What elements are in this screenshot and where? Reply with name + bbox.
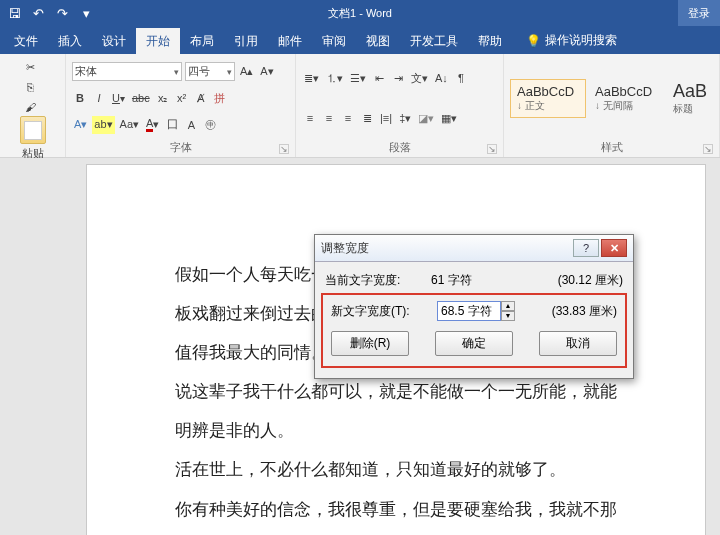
tab-layout[interactable]: 布局 (180, 28, 224, 54)
quick-access-toolbar: 🖫 ↶ ↷ ▾ (0, 5, 100, 21)
new-width-label: 新文字宽度(T): (331, 303, 431, 320)
group-label-paragraph: 段落 (389, 141, 411, 153)
ok-button[interactable]: 确定 (435, 331, 513, 356)
grow-font-icon[interactable]: A▴ (238, 63, 255, 81)
tab-developer[interactable]: 开发工具 (400, 28, 468, 54)
undo-icon[interactable]: ↶ (30, 5, 46, 21)
current-width-value: 61 字符 (431, 272, 472, 289)
group-paragraph: ≣▾ ⒈▾ ☰▾ ⇤ ⇥ 文▾ A↓ ¶ ≡ ≡ ≡ ≣ |≡| ‡▾ ◪▾ ▦… (296, 54, 504, 157)
style-heading[interactable]: AaB 标题 (666, 76, 710, 121)
tab-view[interactable]: 视图 (356, 28, 400, 54)
help-icon[interactable]: ? (573, 239, 599, 257)
new-width-cm: (33.83 厘米) (552, 303, 617, 320)
title-bar: 🖫 ↶ ↷ ▾ 文档1 - Word 登录 (0, 0, 720, 26)
window-title: 文档1 - Word (328, 6, 392, 21)
underline-button[interactable]: U▾ (110, 89, 127, 107)
sort-icon[interactable]: A↓ (433, 69, 450, 87)
group-label-font: 字体 (170, 141, 192, 153)
clear-format-icon[interactable]: A̸ (193, 89, 209, 107)
login-button[interactable]: 登录 (678, 0, 720, 26)
tab-home[interactable]: 开始 (136, 28, 180, 54)
align-right-icon[interactable]: ≡ (340, 109, 356, 127)
italic-button[interactable]: I (91, 89, 107, 107)
delete-button[interactable]: 删除(R) (331, 331, 409, 356)
lightbulb-icon: 💡 (526, 34, 541, 48)
shading-icon[interactable]: ◪▾ (416, 109, 436, 127)
tab-review[interactable]: 审阅 (312, 28, 356, 54)
group-font: 宋体▾ 四号▾ A▴ A▾ B I U▾ abc x₂ x² A̸ 拼 A▾ a… (66, 54, 296, 157)
paragraph[interactable]: 你有种美好的信念，我很尊重，但是要硬塞给我，我就不那么乐 (175, 490, 617, 535)
tell-me-label: 操作说明搜索 (545, 32, 617, 49)
text-effects-icon[interactable]: A▾ (72, 116, 89, 134)
copy-icon[interactable]: ⎘ (23, 78, 39, 96)
font-name-combo[interactable]: 宋体▾ (72, 62, 182, 81)
show-marks-icon[interactable]: ¶ (453, 69, 469, 87)
align-left-icon[interactable]: ≡ (302, 109, 318, 127)
dialog-titlebar[interactable]: 调整宽度 ? ✕ (315, 235, 633, 262)
new-width-input[interactable] (437, 301, 501, 321)
shrink-font-icon[interactable]: A▾ (258, 63, 275, 81)
style-normal[interactable]: AaBbCcD ↓ 正文 (510, 79, 586, 118)
phonetic-guide-icon[interactable]: 拼 (212, 89, 228, 107)
ribbon-tabs: 文件 插入 设计 开始 布局 引用 邮件 审阅 视图 开发工具 帮助 💡 操作说… (0, 26, 720, 54)
current-width-label: 当前文字宽度: (325, 272, 425, 289)
line-spacing-icon[interactable]: ‡▾ (397, 109, 413, 127)
format-painter-icon[interactable]: 🖌 (23, 98, 39, 116)
tab-design[interactable]: 设计 (92, 28, 136, 54)
tell-me[interactable]: 💡 操作说明搜索 (518, 27, 625, 54)
subscript-button[interactable]: x₂ (155, 89, 171, 107)
strikethrough-button[interactable]: abc (130, 89, 152, 107)
cut-icon[interactable]: ✂ (23, 58, 39, 76)
new-width-spinner[interactable]: ▲▼ (437, 301, 515, 321)
style-no-spacing[interactable]: AaBbCcD ↓ 无间隔 (588, 79, 664, 118)
char-shading-icon[interactable]: A (183, 116, 199, 134)
increase-indent-icon[interactable]: ⇥ (390, 69, 406, 87)
adjust-width-dialog: 调整宽度 ? ✕ 当前文字宽度: 61 字符 (30.12 厘米) 新文字宽度(… (314, 234, 634, 379)
numbering-icon[interactable]: ⒈▾ (324, 69, 345, 87)
tab-references[interactable]: 引用 (224, 28, 268, 54)
borders-icon[interactable]: ▦▾ (439, 109, 459, 127)
bold-button[interactable]: B (72, 89, 88, 107)
redo-icon[interactable]: ↷ (54, 5, 70, 21)
styles-launcher-icon[interactable]: ↘ (703, 144, 713, 154)
ribbon: ✂ ⎘ 🖌 粘贴 ▾ 剪贴板↘ 宋体▾ 四号▾ A▴ A▾ B I U▾ (0, 54, 720, 158)
dialog-title: 调整宽度 (321, 240, 369, 257)
group-clipboard: ✂ ⎘ 🖌 粘贴 ▾ 剪贴板↘ (0, 54, 66, 157)
tab-insert[interactable]: 插入 (48, 28, 92, 54)
tab-help[interactable]: 帮助 (468, 28, 512, 54)
decrease-indent-icon[interactable]: ⇤ (371, 69, 387, 87)
justify-icon[interactable]: ≣ (359, 109, 375, 127)
bullets-icon[interactable]: ≣▾ (302, 69, 321, 87)
asian-layout-icon[interactable]: 文▾ (409, 69, 430, 87)
align-center-icon[interactable]: ≡ (321, 109, 337, 127)
font-color-icon[interactable]: A▾ (144, 116, 161, 134)
current-width-cm: (30.12 厘米) (558, 272, 623, 289)
paste-icon (20, 116, 46, 144)
tab-file[interactable]: 文件 (4, 28, 48, 54)
superscript-button[interactable]: x² (174, 89, 190, 107)
enclose-char-icon[interactable]: ㊥ (202, 116, 218, 134)
cancel-button[interactable]: 取消 (539, 331, 617, 356)
paragraph[interactable]: 说这辈子我干什么都可以，就是不能做一个一无所能，就能明辨是非的人。 (175, 372, 617, 450)
tab-mailings[interactable]: 邮件 (268, 28, 312, 54)
spin-up-icon[interactable]: ▲ (501, 301, 515, 311)
font-launcher-icon[interactable]: ↘ (279, 144, 289, 154)
paragraph-launcher-icon[interactable]: ↘ (487, 144, 497, 154)
group-label-styles: 样式 (601, 141, 623, 153)
highlight-frame: 新文字宽度(T): ▲▼ (33.83 厘米) 删除(R) 确定 取消 (321, 293, 627, 368)
char-border-icon[interactable]: 囗 (164, 116, 180, 134)
group-styles: AaBbCcD ↓ 正文 AaBbCcD ↓ 无间隔 AaB 标题 样式↘ (504, 54, 720, 157)
qat-dropdown-icon[interactable]: ▾ (78, 5, 94, 21)
multilevel-icon[interactable]: ☰▾ (348, 69, 368, 87)
change-case-icon[interactable]: Aa▾ (118, 116, 141, 134)
paragraph[interactable]: 活在世上，不必什么都知道，只知道最好的就够了。 (175, 450, 617, 489)
close-icon[interactable]: ✕ (601, 239, 627, 257)
save-icon[interactable]: 🖫 (6, 5, 22, 21)
font-size-combo[interactable]: 四号▾ (185, 62, 235, 81)
distributed-icon[interactable]: |≡| (378, 109, 394, 127)
highlight-icon[interactable]: ab▾ (92, 116, 114, 134)
spin-down-icon[interactable]: ▼ (501, 311, 515, 321)
